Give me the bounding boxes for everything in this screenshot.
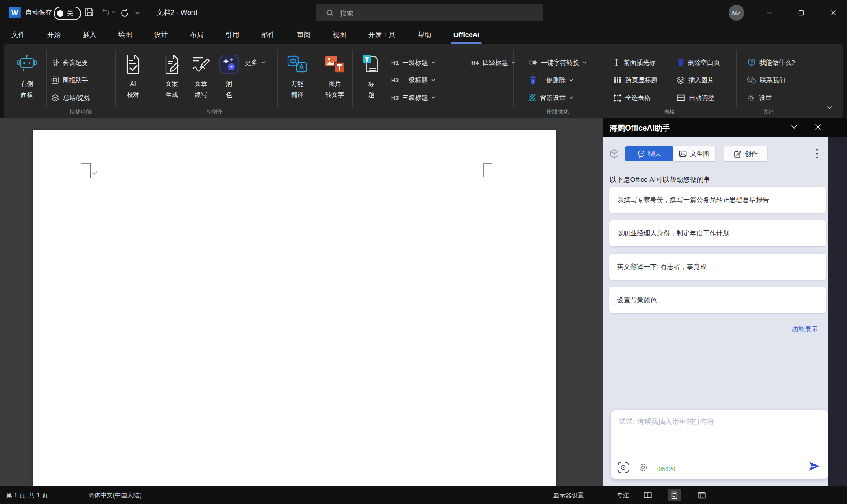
customize-qat-chevron-icon[interactable] (135, 11, 140, 14)
contact-us-label: 联系我们 (760, 76, 785, 85)
continue-writing-button[interactable]: 文章 续写 (187, 50, 215, 100)
weekly-report-button[interactable]: 周报助手 (51, 71, 88, 89)
save-icon (85, 7, 94, 17)
screenshot-button[interactable] (618, 462, 629, 473)
minimize-button[interactable] (763, 6, 776, 19)
tab-create[interactable]: 创作 (724, 146, 767, 161)
send-button[interactable] (807, 460, 821, 472)
assistant-close-button[interactable] (815, 124, 821, 130)
one-click-delete-button[interactable]: 一键删除 (529, 71, 573, 89)
suggestion-card[interactable]: 英文翻译一下: 有志者，事竟成 (609, 254, 826, 280)
tab-layout[interactable]: 布局 (189, 29, 204, 41)
view-print-layout-button[interactable] (668, 489, 681, 501)
image-to-text-button[interactable]: 图片 转文字 (318, 50, 351, 100)
right-panel-button[interactable]: 右侧 面板 (11, 50, 43, 100)
display-settings-label[interactable]: 显示器设置 (553, 492, 584, 500)
tab-text-to-image[interactable]: 文生图 (673, 146, 715, 161)
tab-review[interactable]: 审阅 (296, 29, 311, 41)
focus-mode-label[interactable]: 专注 (617, 492, 629, 500)
suggestion-card[interactable]: 以职业经理人身份，制定年度工作计划 (609, 220, 826, 246)
select-table-icon (613, 94, 621, 102)
search-box[interactable] (316, 4, 543, 21)
avatar[interactable]: MZ (729, 5, 744, 21)
one-click-delete-chevron-icon (569, 79, 573, 81)
collapse-ribbon-button[interactable] (826, 106, 832, 110)
tab-help[interactable]: 帮助 (417, 29, 432, 41)
tab-design[interactable]: 设计 (153, 29, 169, 41)
h3-chevron-icon (431, 96, 435, 99)
suggestion-text: 以职业经理人身份，制定年度工作计划 (617, 229, 729, 238)
tab-draw[interactable]: 绘图 (118, 29, 133, 41)
group-label-table: 表格 (639, 108, 700, 116)
select-table-button[interactable]: 全选表格 (613, 89, 651, 107)
suggestion-card[interactable]: 以撰写专家身份，撰写一篇公务员转正思想总结报告 (609, 187, 826, 213)
tab-developer[interactable]: 开发工具 (367, 29, 396, 41)
assistant-collapse-button[interactable] (791, 125, 798, 129)
tab-view[interactable]: 视图 (332, 29, 347, 41)
contact-us-button[interactable]: 联系我们 (747, 71, 785, 89)
tab-references[interactable]: 引用 (225, 29, 240, 41)
insert-cursor-before-button[interactable]: 前面插光标 (613, 54, 656, 71)
heading4-button[interactable]: H4 四级标题 (471, 54, 515, 71)
meeting-minutes-button[interactable]: 会议纪要 (51, 54, 88, 71)
tab-officeai[interactable]: OfficeAI (452, 29, 480, 40)
assistant-intro: 以下是Office AI可以帮助您做的事 (610, 175, 710, 184)
panel-more-menu-button[interactable] (816, 148, 818, 159)
heading2-button[interactable]: H2 二级标题 (391, 71, 435, 89)
what-can-i-do-button[interactable]: 我能做什么? (747, 54, 795, 71)
tab-chat[interactable]: 聊天 (625, 146, 673, 161)
assistant-close-icon (815, 124, 821, 130)
view-read-mode-button[interactable] (641, 489, 655, 501)
chat-input[interactable] (611, 410, 828, 456)
heading3-button[interactable]: H3 三级标题 (391, 89, 435, 107)
delete-blank-page-button[interactable]: 删除空白页 (677, 54, 720, 71)
ai-proofread-button[interactable]: AI 校对 (119, 50, 147, 100)
chat-settings-button[interactable] (638, 463, 648, 472)
close-window-button[interactable] (827, 6, 840, 19)
page-number-status[interactable]: 第 1 页, 共 1 页 (6, 492, 48, 500)
maximize-button[interactable] (795, 6, 808, 19)
autosave-toggle[interactable]: 关 (54, 7, 81, 20)
feature-showcase-link[interactable]: 功能展示 (792, 325, 818, 334)
more-button[interactable]: 更多 (245, 54, 265, 71)
suggestion-card[interactable]: 设置背景颜色 (609, 287, 826, 313)
tab-insert[interactable]: 插入 (82, 29, 97, 41)
summarize-button[interactable]: 总结/提炼 (51, 89, 90, 107)
autosave-state-label: 关 (67, 10, 73, 18)
screenshot-icon (618, 462, 629, 473)
save-button[interactable] (85, 7, 94, 17)
redo-button[interactable] (120, 7, 129, 17)
universal-translate-button[interactable]: 万能 翻译 (282, 50, 313, 100)
auto-fit-button[interactable]: 自动调整 (677, 89, 714, 107)
doc-pencil-icon (163, 54, 181, 74)
search-input[interactable] (339, 9, 517, 17)
polish-button[interactable]: 润 色 (216, 50, 242, 100)
document-page[interactable] (33, 130, 556, 486)
title-button[interactable]: 标 题 (359, 50, 384, 100)
tab-home[interactable]: 开始 (46, 29, 62, 41)
robot-icon (17, 54, 37, 74)
maximize-icon (798, 10, 804, 16)
cube-icon[interactable] (609, 149, 619, 159)
char-convert-button[interactable]: 一键字符转换 (529, 54, 587, 71)
h2-chevron-icon (431, 79, 435, 81)
avatar-initials: MZ (732, 10, 741, 16)
undo-button[interactable] (100, 7, 110, 17)
tab-mailings[interactable]: 邮件 (260, 29, 276, 41)
repeat-header-rows-label: 跨页显标题 (625, 76, 658, 85)
language-status[interactable]: 简体中文(中国大陆) (88, 492, 141, 500)
view-web-layout-button[interactable] (695, 489, 708, 501)
paragraph-mark-icon (92, 170, 97, 175)
insert-image-button[interactable]: 插入图片 (677, 71, 714, 89)
settings-button[interactable]: 设置 (747, 89, 772, 107)
repeat-header-rows-button[interactable]: 跨页显标题 (613, 71, 658, 89)
collapse-ribbon-chevron-icon (826, 106, 832, 110)
heading1-button[interactable]: H1 一级标题 (391, 54, 435, 71)
background-settings-button[interactable]: 背景设置 (529, 89, 573, 107)
redo-icon (120, 7, 129, 17)
undo-dropdown-chevron-icon[interactable] (111, 11, 115, 13)
one-click-delete-label: 一键删除 (540, 76, 566, 85)
tab-file[interactable]: 文件 (11, 29, 26, 41)
panel-scrollbar-gutter[interactable] (828, 137, 847, 486)
copy-generate-button[interactable]: 文案 生成 (158, 50, 186, 100)
